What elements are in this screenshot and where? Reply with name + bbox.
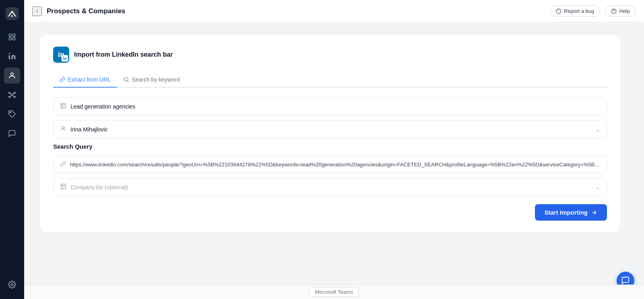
svg-rect-22: [61, 103, 66, 108]
account-value: Irina Mihajlovic: [70, 126, 591, 133]
footer-bar: Microsoft Teams: [24, 285, 644, 299]
start-importing-button[interactable]: Start Importing: [535, 204, 607, 221]
card-header: in Import from LinkedIn search bar: [53, 47, 607, 63]
search-icon: [124, 77, 129, 82]
report-bug-button[interactable]: Report a bug: [550, 5, 600, 17]
svg-point-1: [11, 15, 13, 17]
bug-icon: [556, 8, 561, 14]
svg-rect-2: [9, 34, 12, 37]
chevron-down-icon: ⌄: [595, 126, 600, 133]
page-title: Prospects & Companies: [47, 7, 545, 15]
svg-point-20: [63, 57, 64, 57]
report-bug-label: Report a bug: [564, 8, 594, 14]
svg-rect-24: [61, 184, 66, 189]
sidebar-item-network[interactable]: [4, 87, 20, 103]
svg-point-21: [124, 78, 128, 81]
content-area: in Import from LinkedIn search bar Extra…: [24, 23, 644, 299]
sidebar-item-tags[interactable]: [4, 106, 20, 122]
tab-extract-from-url[interactable]: Extract from URL: [53, 72, 117, 88]
company-list-value: Company list (optional): [70, 184, 591, 190]
company-chevron-icon: ⌄: [595, 184, 600, 190]
svg-rect-3: [13, 34, 15, 37]
sidebar-item-contacts[interactable]: [4, 68, 20, 84]
start-importing-label: Start Importing: [545, 209, 588, 216]
svg-point-10: [14, 92, 15, 93]
lead-list-field[interactable]: Lead generation agencies: [53, 97, 607, 115]
tab-keyword-label: Search by keyword: [132, 76, 180, 83]
tabs-container: Extract from URL Search by keyword: [53, 72, 607, 88]
tab-search-by-keyword[interactable]: Search by keyword: [117, 72, 186, 88]
help-label: Help: [619, 8, 630, 14]
svg-point-12: [14, 96, 15, 97]
svg-point-6: [9, 53, 10, 54]
sidebar-bottom: [4, 276, 20, 293]
svg-rect-5: [13, 38, 15, 40]
linkedin-logo-badge: [62, 55, 68, 61]
help-icon: [611, 8, 617, 14]
linkedin-logo: in: [53, 47, 69, 63]
lead-list-value: Lead generation agencies: [70, 103, 600, 110]
topbar: ‹ Prospects & Companies Report a bug Hel…: [24, 0, 644, 23]
account-field[interactable]: Irina Mihajlovic ⌄: [53, 120, 607, 138]
url-value: https://www.linkedin.com/search/results/…: [70, 162, 600, 168]
back-button[interactable]: ‹: [32, 6, 42, 16]
sidebar-item-dashboard[interactable]: [4, 29, 20, 45]
tab-extract-label: Extract from URL: [68, 76, 111, 83]
import-card: in Import from LinkedIn search bar Extra…: [40, 35, 620, 232]
sidebar-item-settings[interactable]: [4, 276, 20, 293]
app-logo: [5, 6, 19, 21]
svg-rect-4: [9, 38, 12, 40]
main-area: ‹ Prospects & Companies Report a bug Hel…: [24, 0, 644, 299]
sidebar: [0, 0, 24, 299]
svg-point-7: [11, 73, 14, 76]
arrow-right-icon: [591, 209, 597, 216]
sidebar-item-linkedin[interactable]: [4, 48, 20, 64]
svg-point-9: [9, 92, 10, 93]
url-field[interactable]: https://www.linkedin.com/search/results/…: [53, 156, 607, 173]
svg-point-13: [10, 112, 11, 113]
action-row: Start Importing: [53, 204, 607, 221]
card-title: Import from LinkedIn search bar: [74, 51, 173, 58]
company-icon: [60, 183, 66, 191]
chat-icon: [621, 276, 630, 285]
sidebar-item-messages[interactable]: [4, 125, 20, 141]
help-button[interactable]: Help: [605, 5, 636, 17]
svg-point-23: [62, 127, 64, 129]
link-url-icon: [60, 161, 66, 168]
svg-rect-0: [6, 7, 19, 20]
person-icon: [60, 125, 66, 133]
list-icon: [60, 102, 66, 110]
microsoft-teams-label: Microsoft Teams: [309, 287, 359, 297]
company-list-field[interactable]: Company list (optional) ⌄: [53, 178, 607, 196]
topbar-actions: Report a bug Help: [550, 5, 636, 17]
link-icon: [60, 77, 65, 82]
svg-point-14: [11, 284, 13, 286]
svg-point-11: [9, 96, 10, 97]
search-query-label: Search Query: [53, 143, 607, 150]
